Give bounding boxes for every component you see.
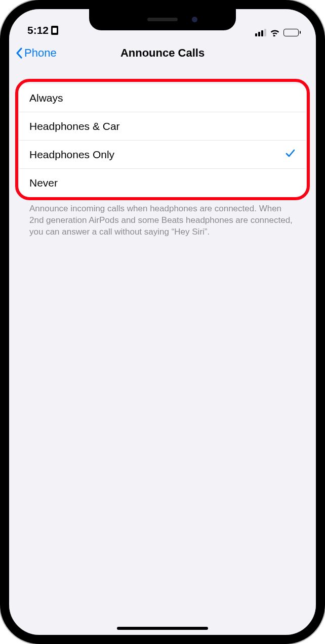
home-indicator[interactable] — [117, 627, 208, 630]
speaker-grille — [147, 18, 178, 21]
device-frame: 5:12 — [0, 0, 325, 644]
status-time: 5:12 — [27, 24, 49, 36]
cellular-signal-icon — [255, 29, 266, 36]
option-always[interactable]: Always — [19, 84, 306, 112]
navigation-bar: Phone Announce Calls — [9, 38, 316, 68]
checkmark-icon — [285, 148, 296, 161]
sim-icon — [51, 26, 58, 35]
option-never[interactable]: Never — [19, 169, 306, 197]
status-left: 5:12 — [27, 24, 58, 36]
option-label: Headphones Only — [29, 149, 114, 161]
option-headphones-car[interactable]: Headphones & Car — [19, 112, 306, 141]
back-button[interactable]: Phone — [15, 47, 57, 60]
options-list: Always Headphones & Car Headphones Only … — [19, 84, 306, 197]
wifi-icon — [269, 28, 280, 36]
option-label: Never — [29, 177, 58, 189]
option-label: Always — [29, 92, 63, 104]
screen: 5:12 — [9, 9, 316, 635]
option-label: Headphones & Car — [29, 120, 120, 132]
device-notch — [89, 8, 236, 30]
footer-description: Announce incoming calls when headphones … — [19, 197, 306, 238]
status-right — [255, 28, 301, 36]
chevron-left-icon — [15, 47, 23, 59]
back-label: Phone — [24, 47, 57, 60]
option-headphones-only[interactable]: Headphones Only — [19, 141, 306, 169]
page-title: Announce Calls — [120, 47, 205, 60]
content-area: Always Headphones & Car Headphones Only … — [9, 68, 316, 238]
battery-icon — [283, 29, 301, 36]
front-camera — [192, 17, 197, 22]
